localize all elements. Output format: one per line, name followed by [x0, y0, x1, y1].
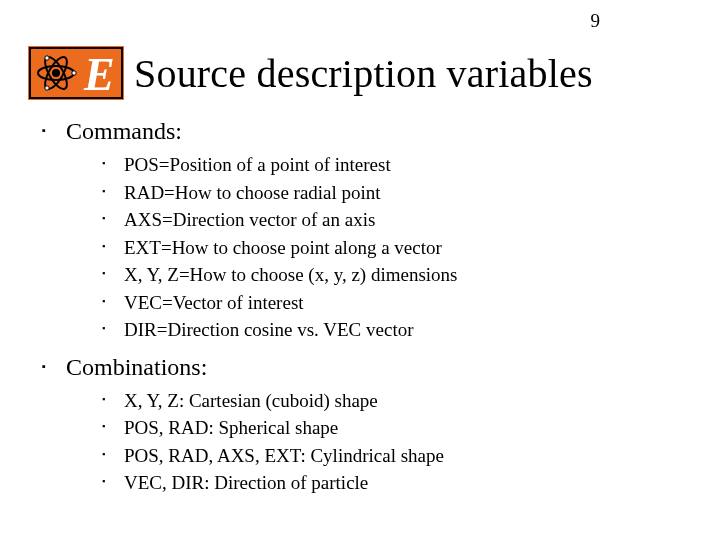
- title-row: E Source description variables: [28, 46, 692, 100]
- section-commands: Commands: POS=Position of a point of int…: [42, 118, 692, 344]
- list-item: POS, RAD: Spherical shape: [102, 414, 692, 442]
- svg-point-8: [45, 56, 49, 60]
- svg-text:E: E: [83, 49, 115, 100]
- svg-point-6: [72, 71, 76, 75]
- svg-point-2: [52, 69, 60, 77]
- list-item: X, Y, Z=How to choose (x, y, z) dimensio…: [102, 261, 692, 289]
- list-item: POS=Position of a point of interest: [102, 151, 692, 179]
- section-heading: Commands:: [66, 118, 182, 144]
- page-number: 9: [591, 10, 601, 32]
- section-combinations: Combinations: X, Y, Z: Cartesian (cuboid…: [42, 354, 692, 497]
- slide-title: Source description variables: [134, 50, 593, 97]
- list-item: EXT=How to choose point along a vector: [102, 234, 692, 262]
- list-item: AXS=Direction vector of an axis: [102, 206, 692, 234]
- list-item: RAD=How to choose radial point: [102, 179, 692, 207]
- list-item: DIR=Direction cosine vs. VEC vector: [102, 316, 692, 344]
- content-list: Commands: POS=Position of a point of int…: [28, 118, 692, 497]
- list-item: VEC=Vector of interest: [102, 289, 692, 317]
- slide: 9 E Source description variab: [0, 0, 720, 540]
- commands-items: POS=Position of a point of interest RAD=…: [66, 151, 692, 344]
- combinations-items: X, Y, Z: Cartesian (cuboid) shape POS, R…: [66, 387, 692, 497]
- list-item: POS, RAD, AXS, EXT: Cylindrical shape: [102, 442, 692, 470]
- list-item: VEC, DIR: Direction of particle: [102, 469, 692, 497]
- svg-point-7: [45, 86, 49, 90]
- ne-logo-icon: E: [28, 46, 124, 100]
- list-item: X, Y, Z: Cartesian (cuboid) shape: [102, 387, 692, 415]
- section-heading: Combinations:: [66, 354, 207, 380]
